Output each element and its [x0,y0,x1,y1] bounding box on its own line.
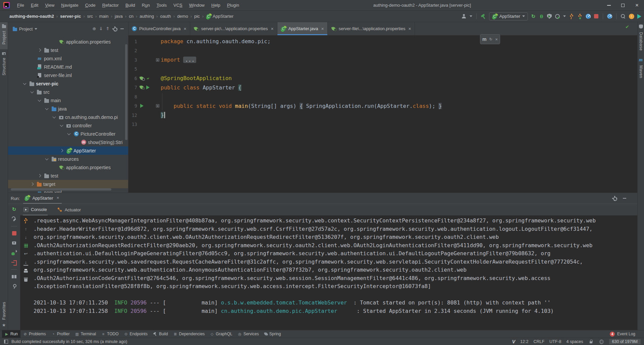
tool-stripe-maven[interactable]: m Maven [638,55,644,83]
code-line[interactable]: 8 [128,92,637,101]
console-tab-actuator[interactable]: Actuator [56,204,82,215]
tree-toggle[interactable] [51,117,57,118]
menu-item-help[interactable]: Help [208,3,224,8]
hide-panel-icon[interactable] [120,28,124,29]
print-button[interactable] [23,269,29,274]
tree-toggle[interactable] [58,125,65,126]
tree-item[interactable]: java [8,105,128,113]
code-line[interactable]: 5 [128,65,637,74]
rerun-button[interactable]: ↻ [12,207,16,212]
menu-item-navigate[interactable]: Navigate [58,3,82,8]
breadcrumb-item[interactable]: demo [177,14,188,19]
code-line[interactable]: 7public class AppStarter { [128,83,637,92]
tree-item[interactable]: controller [8,121,128,130]
breadcrumb-item[interactable]: AppStarter [206,14,233,19]
maven-reload-popup[interactable]: m ↻ × [480,34,500,44]
status-message[interactable]: Build completed successfully in 10 sec, … [11,339,127,344]
code-line[interactable]: 9+ public static void main(String[] args… [128,101,637,111]
close-button[interactable]: × [630,0,644,11]
editor-tab[interactable]: server-file\...\application.properties× [328,22,415,35]
tool-stripe-database[interactable]: Database [638,22,644,55]
edit-configuration-button[interactable] [11,216,17,222]
menu-item-vcs[interactable]: VCS [170,3,186,8]
code-line[interactable]: 13 [128,120,637,129]
code-line[interactable]: 6✔✔@SpringBootApplication [128,74,637,83]
close-icon[interactable]: × [321,26,324,31]
coverage-button[interactable] [547,14,552,19]
tree-toggle[interactable] [43,108,50,110]
tree-item[interactable]: src [8,88,128,96]
breadcrumb-item[interactable]: server-pic [60,14,81,19]
profile-button[interactable] [555,14,560,19]
implement-marker-icon[interactable]: ✔✔ [145,76,150,81]
tool-stripe-favorites[interactable]: Favorites ★ [2,297,6,330]
tree-toggle[interactable] [65,133,72,135]
menu-item-window[interactable]: Window [186,3,208,8]
tool-stripe-structure[interactable]: Structure [2,49,6,80]
event-log-button[interactable]: 4 Event Log [610,332,644,337]
rerun-button[interactable]: ↻ [531,14,536,19]
search-everywhere-button[interactable] [621,14,626,19]
tree-toggle[interactable] [29,183,35,185]
breadcrumb-item[interactable]: authing [140,14,154,19]
editor-tab[interactable]: CPictureController.java× [128,22,190,35]
console-tab-console[interactable]: Console [23,204,48,215]
intellij-profiler-button[interactable] [586,14,591,19]
gear-icon[interactable] [112,26,117,31]
collapse-all-icon[interactable]: ⇓ [99,26,103,31]
chevron-down-icon[interactable] [563,15,566,17]
tree-item[interactable]: resources [8,155,128,163]
breadcrumb-item[interactable]: authing-demo-oauth2 [9,14,54,19]
tree-item[interactable]: target [8,180,128,188]
globe-icon[interactable] [599,339,604,344]
tree-item[interactable]: test [8,171,128,180]
tree-item[interactable]: main [8,96,128,105]
editor-tab[interactable]: AppStarter.java× [277,22,328,35]
tool-window-button-run[interactable]: ▶Run [2,330,20,338]
tree-item[interactable]: application.properties [8,163,128,171]
stop-button[interactable] [12,231,16,235]
tree-toggle[interactable] [36,175,43,177]
fold-toggle-icon[interactable]: + [156,58,159,62]
caret-position[interactable]: 12:2 [520,339,528,344]
pin-tab-button[interactable] [11,284,17,289]
tree-toggle[interactable] [21,83,28,84]
exit-button[interactable] [11,260,17,265]
tree-item[interactable]: AppStarter [8,146,128,155]
chevron-down-icon[interactable] [470,15,472,17]
close-icon[interactable]: × [408,26,411,31]
tree-item[interactable]: CPictureController [8,130,128,138]
tool-window-button-todo[interactable]: ≡TODO [99,330,121,338]
async-profiler-cpu-button[interactable] [569,14,574,19]
fold-toggle-icon[interactable]: + [156,104,159,108]
menu-item-view[interactable]: View [42,3,58,8]
code-line[interactable]: 2 [128,46,637,56]
menu-item-run[interactable]: Run [139,3,153,8]
code-line[interactable]: 3+import ... [128,55,637,65]
build-hammer-icon[interactable] [481,14,486,19]
gc-button[interactable] [11,250,17,255]
show-stats-button[interactable] [24,244,28,248]
next-occurrence-button[interactable]: ↓ [23,235,28,240]
tree-item[interactable]: README.md [8,63,128,71]
memory-indicator[interactable]: 630 of 1979M [609,339,641,344]
run-configuration-select[interactable]: AppStarter [489,12,528,20]
menu-item-tools[interactable]: Tools [153,3,170,8]
breadcrumb-item[interactable]: java [115,14,123,19]
code-editor[interactable]: 1package cn.authing.oauth.demo.pic;23+im… [128,36,637,193]
file-encoding[interactable]: UTF-8 [549,339,561,344]
close-icon[interactable]: × [184,26,186,31]
thread-dump-button[interactable] [11,240,17,246]
user-account-icon[interactable] [461,14,467,19]
menu-item-refactor[interactable]: Refactor [99,3,122,8]
tool-window-button-spring[interactable]: Spring [262,330,284,338]
restore-layout-button[interactable] [11,274,17,279]
menu-item-code[interactable]: Code [82,3,99,8]
breadcrumb-item[interactable]: main [99,14,108,19]
tree-toggle[interactable] [36,100,43,101]
ideavim-icon[interactable]: V [512,339,515,344]
code-line[interactable]: 12} [128,111,637,120]
inspections-ok-icon[interactable]: ✔ [625,24,629,29]
toggle-tool-windows-icon[interactable] [4,340,8,344]
expand-all-icon[interactable]: ⇑ [105,26,110,31]
